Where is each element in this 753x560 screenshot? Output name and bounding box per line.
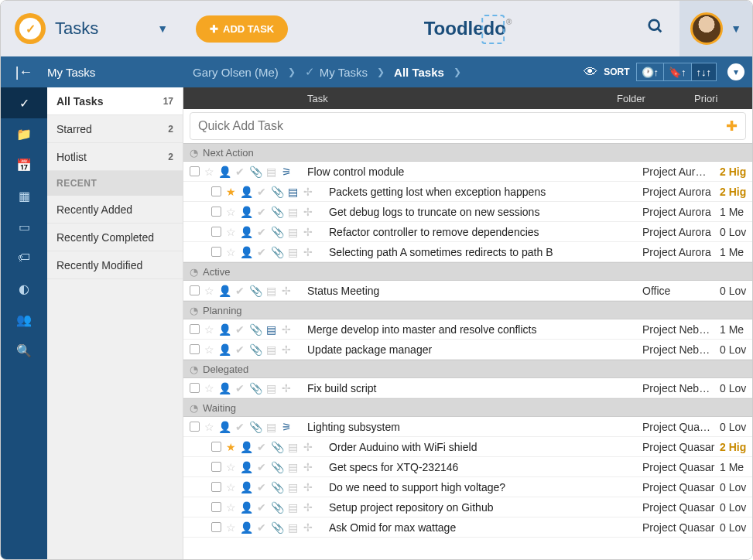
task-row[interactable]: ☆ 👤 ✔ 📎 ▤ ✢ Status Meeting Office 0 Lov [183, 281, 752, 301]
star-icon[interactable]: ★ [224, 441, 237, 453]
person-icon[interactable]: 👤 [218, 343, 231, 356]
circle-check-icon[interactable]: ✔ [234, 421, 246, 433]
note-icon[interactable]: ▤ [265, 166, 277, 178]
circle-check-icon[interactable]: ✔ [234, 323, 246, 336]
circle-check-icon[interactable]: ✔ [234, 166, 246, 178]
circle-check-icon[interactable]: ✔ [255, 246, 268, 258]
task-row[interactable]: ★ 👤 ✔ 📎 ▤ ✢ Order Auduino with WiFi shie… [183, 437, 752, 457]
breadcrumb-user[interactable]: Gary Olsen (Me) [193, 66, 279, 79]
note-icon[interactable]: ▤ [286, 521, 299, 534]
paperclip-icon[interactable]: 📎 [271, 246, 283, 258]
checkbox[interactable] [211, 502, 221, 512]
person-icon[interactable]: 👤 [240, 206, 252, 218]
note-icon[interactable]: ▤ [286, 246, 299, 258]
note-icon[interactable]: ▤ [265, 343, 277, 356]
star-icon[interactable]: ☆ [203, 323, 215, 336]
note-icon[interactable]: ▤ [286, 461, 299, 473]
rail-folder-icon[interactable]: 📁 [1, 118, 47, 149]
circle-check-icon[interactable]: ✔ [234, 382, 246, 394]
group-header[interactable]: ◔Delegated [183, 360, 752, 378]
star-icon[interactable]: ☆ [224, 481, 237, 493]
person-icon[interactable]: 👤 [240, 226, 252, 238]
person-icon[interactable]: 👤 [218, 382, 231, 394]
person-icon[interactable]: 👤 [218, 421, 231, 433]
person-icon[interactable]: 👤 [218, 285, 231, 297]
breadcrumb-view[interactable]: All Tasks [394, 66, 444, 79]
sidebar-item[interactable]: All Tasks17 [47, 87, 183, 115]
task-row[interactable]: ☆ 👤 ✔ 📎 ▤ ✢ Get specs for XTQ-232146 Pro… [183, 457, 752, 477]
drag-icon[interactable]: ✢ [302, 521, 314, 534]
quick-add-input[interactable] [198, 119, 726, 133]
star-icon[interactable]: ★ [224, 186, 237, 198]
drag-icon[interactable]: ✢ [280, 343, 293, 356]
drag-icon[interactable]: ✢ [302, 461, 314, 473]
rail-grid-icon[interactable]: ▦ [1, 180, 47, 211]
collapse-icon[interactable]: |← [1, 64, 47, 80]
circle-check-icon[interactable]: ✔ [255, 521, 268, 534]
note-icon[interactable]: ▤ [265, 382, 277, 394]
task-row[interactable]: ☆ 👤 ✔ 📎 ▤ ✢ Setup project repository on … [183, 497, 752, 517]
task-row[interactable]: ☆ 👤 ✔ 📎 ▤ ✢ Get debug logs to truncate o… [183, 202, 752, 222]
paperclip-icon[interactable]: 📎 [271, 226, 283, 238]
task-row[interactable]: ☆ 👤 ✔ 📎 ▤ ✢ Refactor controller to remov… [183, 222, 752, 242]
drag-icon[interactable]: ✢ [302, 246, 314, 258]
task-row[interactable]: ☆ 👤 ✔ 📎 ▤ ⚞ Lighting subsystem Project Q… [183, 417, 752, 437]
rail-calendar-icon[interactable]: 📅 [1, 149, 47, 180]
rail-check-icon[interactable]: ✓ [1, 87, 47, 118]
drag-icon[interactable]: ✢ [302, 441, 314, 453]
rail-card-icon[interactable]: ▭ [1, 211, 47, 242]
checkbox[interactable] [211, 186, 221, 196]
paperclip-icon[interactable]: 📎 [249, 323, 262, 336]
checkbox[interactable] [190, 422, 200, 432]
person-icon[interactable]: 👤 [240, 461, 252, 473]
sort-bookmark[interactable]: 🔖↑ [664, 63, 692, 80]
circle-check-icon[interactable]: ✔ [255, 206, 268, 218]
paperclip-icon[interactable]: 📎 [271, 461, 283, 473]
task-row[interactable]: ★ 👤 ✔ 📎 ▤ ✢ Packets getting lost when ex… [183, 182, 752, 202]
add-task-button[interactable]: ✚ ADD TASK [196, 15, 288, 43]
note-icon[interactable]: ▤ [265, 323, 277, 336]
group-header[interactable]: ◔Active [183, 262, 752, 281]
person-icon[interactable]: 👤 [240, 501, 252, 514]
paperclip-icon[interactable]: 📎 [271, 481, 283, 493]
star-icon[interactable]: ☆ [224, 521, 237, 534]
sidebar-item[interactable]: Starred2 [47, 115, 183, 143]
group-header[interactable]: ◔Next Action [183, 143, 752, 162]
paperclip-icon[interactable]: 📎 [271, 501, 283, 514]
paperclip-icon[interactable]: 📎 [271, 521, 283, 534]
plus-icon[interactable]: ✚ [726, 118, 738, 135]
more-button[interactable]: ▾ [727, 63, 744, 80]
task-row[interactable]: ☆ 👤 ✔ 📎 ▤ ✢ Do we need to support high v… [183, 477, 752, 497]
rail-tag-icon[interactable]: 🏷 [1, 242, 47, 273]
breadcrumb-section[interactable]: My Tasks [320, 66, 368, 79]
user-menu[interactable]: ▼ [679, 1, 752, 56]
paperclip-icon[interactable]: 📎 [249, 166, 262, 178]
rail-globe-icon[interactable]: ◐ [1, 273, 47, 304]
paperclip-icon[interactable]: 📎 [271, 186, 283, 198]
circle-check-icon[interactable]: ✔ [255, 186, 268, 198]
checkbox[interactable] [211, 522, 221, 532]
drag-icon[interactable]: ✢ [302, 501, 314, 514]
drag-icon[interactable]: ✢ [302, 186, 314, 198]
drag-icon[interactable]: ✢ [302, 226, 314, 238]
drag-icon[interactable]: ✢ [302, 206, 314, 218]
sort-updown[interactable]: ↑↓↑ [692, 63, 717, 80]
paperclip-icon[interactable]: 📎 [271, 206, 283, 218]
note-icon[interactable]: ▤ [286, 226, 299, 238]
group-header[interactable]: ◔Waiting [183, 398, 752, 417]
paperclip-icon[interactable]: 📎 [249, 382, 262, 394]
tree-icon[interactable]: ⚞ [280, 166, 293, 178]
person-icon[interactable]: 👤 [240, 186, 252, 198]
task-row[interactable]: ☆ 👤 ✔ 📎 ▤ ✢ Update package manager Proje… [183, 340, 752, 360]
person-icon[interactable]: 👤 [218, 166, 231, 178]
note-icon[interactable]: ▤ [265, 421, 277, 433]
task-row[interactable]: ☆ 👤 ✔ 📎 ▤ ⚞ Flow control module Project … [183, 162, 752, 182]
col-task[interactable]: Task [183, 93, 617, 104]
chevron-down-icon[interactable]: ▼ [157, 22, 168, 35]
sidebar-item[interactable]: Recently Modified [47, 251, 183, 279]
star-icon[interactable]: ☆ [224, 501, 237, 514]
checkbox[interactable] [190, 166, 200, 176]
checkbox[interactable] [211, 207, 221, 217]
note-icon[interactable]: ▤ [265, 285, 277, 297]
drag-icon[interactable]: ✢ [280, 323, 293, 336]
